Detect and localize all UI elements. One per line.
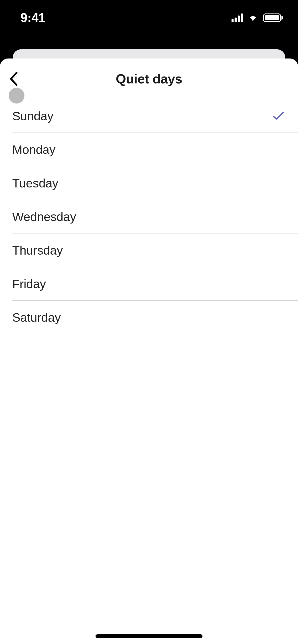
status-bar: 9:41	[0, 0, 298, 36]
chevron-left-icon	[9, 72, 18, 86]
day-row-wednesday[interactable]: Wednesday	[0, 200, 298, 233]
day-row-thursday[interactable]: Thursday	[0, 233, 298, 267]
day-row-sunday[interactable]: Sunday	[0, 99, 298, 133]
cellular-signal-icon	[232, 13, 243, 22]
day-label: Friday	[12, 277, 46, 291]
day-label: Tuesday	[12, 176, 58, 190]
days-list: Sunday Monday Tuesday Wednesday Thursday	[0, 99, 298, 334]
navigation-bar: Quiet days	[0, 58, 298, 99]
home-indicator[interactable]	[96, 634, 202, 638]
status-indicators	[232, 13, 283, 22]
day-label: Saturday	[12, 311, 61, 325]
wifi-icon	[247, 14, 259, 22]
day-label: Thursday	[12, 243, 63, 257]
day-label: Monday	[12, 143, 56, 157]
settings-sheet: Quiet days Sunday Monday Tuesday Wednesd…	[0, 58, 298, 644]
day-label: Wednesday	[12, 210, 76, 224]
checkmark-icon	[273, 111, 284, 121]
status-time: 9:41	[20, 10, 45, 25]
day-label: Sunday	[12, 109, 53, 123]
day-row-monday[interactable]: Monday	[0, 133, 298, 166]
day-row-tuesday[interactable]: Tuesday	[0, 166, 298, 200]
day-row-friday[interactable]: Friday	[0, 267, 298, 301]
battery-icon	[263, 13, 283, 22]
back-button[interactable]	[6, 71, 21, 86]
day-row-saturday[interactable]: Saturday	[0, 301, 298, 334]
page-title: Quiet days	[116, 71, 182, 86]
